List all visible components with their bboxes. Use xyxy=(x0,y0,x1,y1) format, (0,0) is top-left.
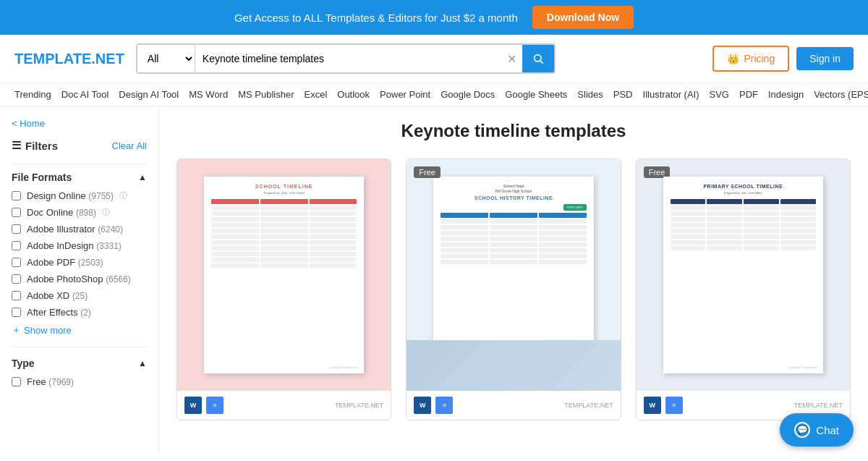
card-watermark-2: TEMPLATE.NET xyxy=(564,402,613,409)
filter-free-label: Free (7969) xyxy=(27,376,74,387)
file-formats-toggle[interactable]: ▲ xyxy=(138,172,147,182)
card-icons-1: W ≡ xyxy=(184,397,224,414)
top-banner: Get Access to ALL Templates & Editors fo… xyxy=(0,0,868,35)
filter-after-effects-label: After Effects (2) xyxy=(27,307,91,318)
search-input[interactable] xyxy=(195,45,501,72)
download-button[interactable]: Download Now xyxy=(532,6,634,29)
page-title: Keynote timeline templates xyxy=(176,121,851,141)
card-icons-3: W ≡ xyxy=(644,397,683,414)
file-formats-header: File Formats ▲ xyxy=(12,172,147,183)
search-clear-button[interactable]: ✕ xyxy=(501,52,522,66)
card-badge-2: Free xyxy=(414,166,441,178)
mock-title-1: SCHOOL TIMELINE xyxy=(211,184,357,189)
nav-pdf[interactable]: PDF xyxy=(739,89,758,100)
logo-main: TEMPLATE xyxy=(14,51,91,67)
nav-ms-publisher[interactable]: MS Publisher xyxy=(238,89,294,100)
pricing-button[interactable]: 👑 Pricing xyxy=(712,46,789,72)
nav-svg[interactable]: SVG xyxy=(710,89,729,100)
search-icon xyxy=(532,53,544,64)
main-layout: < Home ☰ Filters Clear All File Formats … xyxy=(0,106,868,454)
nav-design-ai-tool[interactable]: Design AI Tool xyxy=(119,89,179,100)
mock-title-2: SCHOOL HISTORY TIMELINE xyxy=(441,195,586,200)
search-category-select[interactable]: All xyxy=(137,45,195,72)
back-home-link[interactable]: < Home xyxy=(12,118,147,129)
template-card-3[interactable]: Free PRIMARY SCHOOL TIMELINE Prepared by… xyxy=(636,158,851,420)
logo: TEMPLATE.NET xyxy=(14,51,124,67)
divider-1 xyxy=(12,164,147,164)
filter-design-online-checkbox[interactable] xyxy=(12,191,21,200)
filter-adobe-photoshop-label: Adobe PhotoShop (6566) xyxy=(27,274,131,284)
docs-icon-3: ≡ xyxy=(665,397,683,414)
nav-google-sheets[interactable]: Google Sheets xyxy=(505,89,567,100)
show-more-button[interactable]: ＋ Show more xyxy=(12,323,147,337)
svg-point-0 xyxy=(535,55,541,62)
nav-outlook[interactable]: Outlook xyxy=(337,89,370,100)
logo-suffix: .NET xyxy=(91,51,124,67)
content-area: Keynote timeline templates SCHOOL TIMELI… xyxy=(159,106,868,454)
filter-design-online-info[interactable]: ⓘ xyxy=(119,190,127,201)
header: TEMPLATE.NET All ✕ 👑 Pricing Sign in xyxy=(0,35,868,83)
filter-adobe-pdf-label: Adobe PDF (2503) xyxy=(27,257,103,268)
template-card-2[interactable]: Free School Head Hill Grove High School … xyxy=(406,158,621,420)
filter-doc-online[interactable]: Doc Online (898) ⓘ xyxy=(12,207,147,218)
filter-adobe-xd-label: Adobe XD (25) xyxy=(27,290,88,301)
docs-icon-1: ≡ xyxy=(206,397,224,414)
type-toggle[interactable]: ▲ xyxy=(138,358,147,368)
filter-after-effects-checkbox[interactable] xyxy=(12,308,21,317)
filter-adobe-illustrator-checkbox[interactable] xyxy=(12,224,21,234)
template-card-1[interactable]: SCHOOL TIMELINE Prepared by: [Job / John… xyxy=(176,158,391,420)
filter-adobe-xd-checkbox[interactable] xyxy=(12,291,21,300)
mock-table-2 xyxy=(441,213,586,264)
nav-ms-word[interactable]: MS Word xyxy=(189,89,228,100)
card-icons-2: W ≡ xyxy=(414,397,453,414)
nav-powerpoint[interactable]: Power Point xyxy=(380,89,430,100)
sidebar: < Home ☰ Filters Clear All File Formats … xyxy=(0,106,159,454)
filter-adobe-indesign[interactable]: Adobe InDesign (3331) xyxy=(12,240,147,251)
filter-adobe-pdf-checkbox[interactable] xyxy=(12,258,21,267)
nav-slides[interactable]: Slides xyxy=(577,89,603,100)
filter-adobe-photoshop[interactable]: Adobe PhotoShop (6566) xyxy=(12,274,147,284)
mock-doc-3: PRIMARY SCHOOL TIMELINE Prepared by: Job… xyxy=(663,177,824,373)
search-button[interactable] xyxy=(522,45,554,72)
card-watermark-3: TEMPLATE.NET xyxy=(794,402,843,409)
templates-grid: SCHOOL TIMELINE Prepared by: [Job / John… xyxy=(176,158,851,420)
filter-adobe-illustrator-label: Adobe Illustrator (6240) xyxy=(27,224,123,234)
nav-excel[interactable]: Excel xyxy=(304,89,327,100)
chat-button[interactable]: 💬 Chat xyxy=(780,413,854,447)
filter-after-effects[interactable]: After Effects (2) xyxy=(12,307,147,318)
mock-table-3 xyxy=(671,199,817,250)
mock-doc-1: SCHOOL TIMELINE Prepared by: [Job / John… xyxy=(204,177,364,373)
nav-google-docs[interactable]: Google Docs xyxy=(441,89,495,100)
type-header: Type ▲ xyxy=(12,358,147,369)
chat-icon: 💬 xyxy=(794,422,810,438)
signin-button[interactable]: Sign in xyxy=(796,47,854,70)
nav-vectors[interactable]: Vectors (EPS) xyxy=(814,89,868,100)
filter-icon: ☰ xyxy=(12,139,21,152)
filter-free-checkbox[interactable] xyxy=(12,377,21,386)
divider-2 xyxy=(12,347,147,347)
filter-design-online[interactable]: Design Online (9755) ⓘ xyxy=(12,190,147,201)
filter-doc-online-checkbox[interactable] xyxy=(12,208,21,217)
filter-adobe-xd[interactable]: Adobe XD (25) xyxy=(12,290,147,301)
svg-line-1 xyxy=(540,61,543,64)
card-image-3: PRIMARY SCHOOL TIMELINE Prepared by: Job… xyxy=(637,159,850,391)
pricing-label: Pricing xyxy=(744,53,775,64)
filter-adobe-illustrator[interactable]: Adobe Illustrator (6240) xyxy=(12,224,147,234)
clear-all-button[interactable]: Clear All xyxy=(112,140,147,151)
mock-table-1 xyxy=(211,199,357,268)
nav-illustrator[interactable]: Illustrator (AI) xyxy=(643,89,699,100)
filters-label: Filters xyxy=(25,140,58,152)
filter-adobe-pdf[interactable]: Adobe PDF (2503) xyxy=(12,257,147,268)
nav-trending[interactable]: Trending xyxy=(14,89,51,100)
nav-doc-ai-tool[interactable]: Doc AI Tool xyxy=(61,89,109,100)
word-icon-3: W xyxy=(644,397,661,414)
filter-adobe-photoshop-checkbox[interactable] xyxy=(12,274,21,284)
chat-label: Chat xyxy=(816,424,839,436)
filter-doc-online-info[interactable]: ⓘ xyxy=(102,207,110,218)
pricing-icon: 👑 xyxy=(727,53,739,64)
filters-header: ☰ Filters Clear All xyxy=(12,139,147,152)
nav-psd[interactable]: PSD xyxy=(613,89,633,100)
filter-free[interactable]: Free (7969) xyxy=(12,376,147,387)
nav-indesign[interactable]: Indesign xyxy=(768,89,804,100)
filter-adobe-indesign-checkbox[interactable] xyxy=(12,241,21,250)
